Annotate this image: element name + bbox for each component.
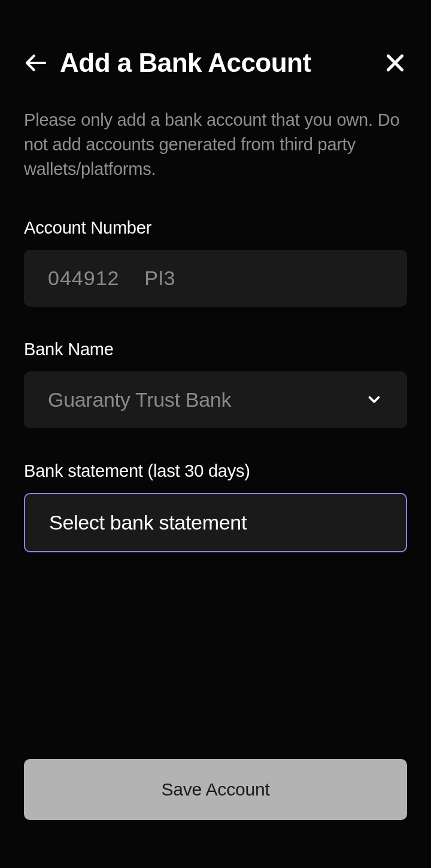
bank-statement-select[interactable]: Select bank statement [24,493,407,552]
save-account-button[interactable]: Save Account [24,759,407,820]
bank-name-select[interactable]: Guaranty Trust Bank [24,371,407,428]
page-header: Add a Bank Account [24,48,407,78]
bank-name-label: Bank Name [24,340,407,359]
back-button[interactable] [24,51,48,75]
bank-statement-label: Bank statement (last 30 days) [24,461,407,481]
close-button[interactable] [383,51,407,75]
info-description: Please only add a bank account that you … [24,108,407,182]
bank-statement-placeholder: Select bank statement [49,511,247,534]
bank-name-value: Guaranty Trust Bank [48,388,231,412]
bank-statement-group: Bank statement (last 30 days) Select ban… [24,461,407,552]
account-number-input[interactable] [24,250,407,307]
account-number-group: Account Number [24,218,407,307]
account-number-label: Account Number [24,218,407,238]
arrow-left-icon [24,51,48,75]
page-title: Add a Bank Account [60,48,311,78]
chevron-down-icon [365,391,383,409]
bank-name-group: Bank Name Guaranty Trust Bank [24,340,407,428]
close-icon [383,51,407,75]
